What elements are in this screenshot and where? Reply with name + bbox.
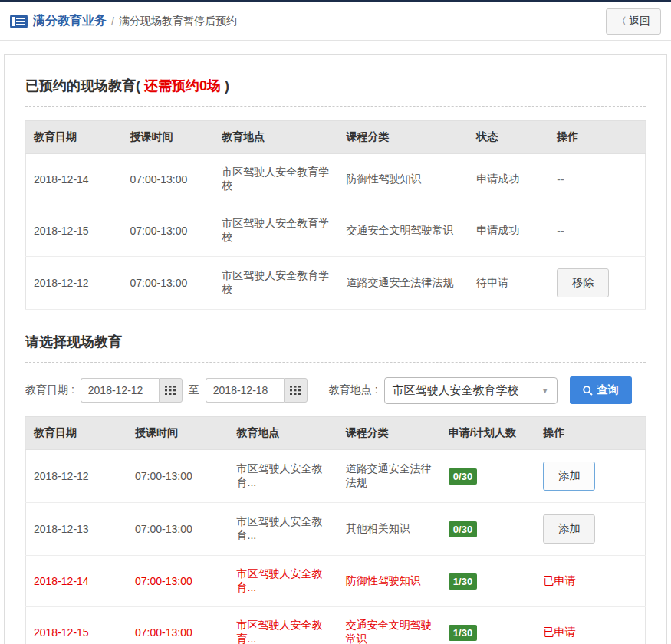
cell-status: 申请成功 <box>469 205 549 257</box>
section-divider <box>25 362 646 363</box>
cell-location: 市区驾驶人安全教育... <box>229 450 338 503</box>
available-table: 教育日期 授课时间 教育地点 课程分类 申请/计划人数 操作 2018-12-1… <box>25 416 646 644</box>
cell-date: 2018-12-12 <box>26 257 123 310</box>
cell-applied-status: 已申请 <box>535 556 645 607</box>
booked-table: 教育日期 授课时间 教育地点 课程分类 状态 操作 2018-12-14 07:… <box>25 120 646 310</box>
date-to-input[interactable] <box>206 378 284 402</box>
cell-date: 2018-12-13 <box>26 503 128 556</box>
cell-time: 07:00-13:00 <box>127 607 229 644</box>
location-label: 教育地点 : <box>329 383 378 397</box>
table-row: 2018-12-13 07:00-13:00 市区驾驶人安全教育... 其他相关… <box>26 503 646 556</box>
col-header-time: 授课时间 <box>127 417 229 450</box>
calendar-grid-icon[interactable] <box>284 378 308 402</box>
col-header-category: 课程分类 <box>338 417 441 450</box>
table-row-applied: 2018-12-14 07:00-13:00 市区驾驶人安全教育... 防御性驾… <box>26 556 646 607</box>
booked-title-text: 已预约的现场教育( <box>25 78 140 94</box>
cell-action-none: -- <box>549 205 645 257</box>
cell-location: 市区驾驶人安全教育... <box>229 503 338 556</box>
back-button-label: 返回 <box>629 15 650 28</box>
table-row: 2018-12-14 07:00-13:00 市区驾驶人安全教育学校 防御性驾驶… <box>26 154 646 205</box>
cell-category: 防御性驾驶知识 <box>339 154 469 205</box>
date-to-label: 至 <box>189 383 199 397</box>
cell-date: 2018-12-14 <box>26 556 128 607</box>
calendar-grid-icon[interactable] <box>159 378 183 402</box>
cell-time: 07:00-13:00 <box>127 556 229 607</box>
capacity-badge: 0/30 <box>449 468 477 485</box>
breadcrumb-current: 满分现场教育暂停后预约 <box>119 15 237 28</box>
cell-status: 待申请 <box>469 257 549 310</box>
cell-category: 交通安全文明驾驶常识 <box>339 205 469 257</box>
section-divider <box>25 106 646 107</box>
cell-location: 市区驾驶人安全教育... <box>229 607 338 644</box>
available-table-header-row: 教育日期 授课时间 教育地点 课程分类 申请/计划人数 操作 <box>26 417 646 450</box>
booked-section-title: 已预约的现场教育( 还需预约0场 ) <box>25 77 646 95</box>
cell-location: 市区驾驶人安全教育学校 <box>214 257 338 310</box>
chevron-down-icon: ▼ <box>541 386 549 395</box>
cell-applied-status: 已申请 <box>535 607 645 644</box>
cell-date: 2018-12-15 <box>26 607 128 644</box>
table-row: 2018-12-12 07:00-13:00 市区驾驶人安全教育... 道路交通… <box>26 450 646 503</box>
select-section-title: 请选择现场教育 <box>25 333 646 351</box>
col-header-category: 课程分类 <box>339 121 469 154</box>
search-button-label: 查询 <box>597 383 619 397</box>
cell-date: 2018-12-15 <box>26 205 123 257</box>
col-header-action: 操作 <box>549 121 645 154</box>
search-button[interactable]: 查询 <box>570 376 632 404</box>
remove-button[interactable]: 移除 <box>557 268 609 297</box>
add-button[interactable]: 添加 <box>543 514 595 544</box>
back-button[interactable]: 〈 返回 <box>606 8 661 34</box>
cell-action-none: -- <box>549 154 645 205</box>
cell-time: 07:00-13:00 <box>127 503 229 556</box>
location-select[interactable]: 市区驾驶人安全教育学校 ▼ <box>384 377 558 404</box>
cell-category: 交通安全文明驾驶常识 <box>338 607 441 644</box>
table-row: 2018-12-15 07:00-13:00 市区驾驶人安全教育学校 交通安全文… <box>26 205 646 257</box>
col-header-date: 教育日期 <box>26 121 123 154</box>
list-icon <box>10 15 28 28</box>
col-header-time: 授课时间 <box>123 121 215 154</box>
cell-category: 道路交通安全法律法规 <box>338 450 441 503</box>
col-header-capacity: 申请/计划人数 <box>441 417 536 450</box>
col-header-action: 操作 <box>535 417 645 450</box>
capacity-badge: 1/30 <box>449 625 477 641</box>
col-header-location: 教育地点 <box>214 121 338 154</box>
cell-category: 道路交通安全法律法规 <box>339 257 469 310</box>
cell-time: 07:00-13:00 <box>123 257 215 310</box>
chevron-left-icon: 〈 <box>617 15 627 28</box>
location-select-value: 市区驾驶人安全教育学校 <box>393 383 519 398</box>
cell-time: 07:00-13:00 <box>123 154 215 205</box>
page-header: 满分教育业务 / 满分现场教育暂停后预约 〈 返回 <box>0 2 671 41</box>
table-row-applied: 2018-12-15 07:00-13:00 市区驾驶人安全教育... 交通安全… <box>26 607 646 644</box>
add-button[interactable]: 添加 <box>543 462 595 491</box>
col-header-date: 教育日期 <box>26 417 128 450</box>
col-header-location: 教育地点 <box>229 417 338 450</box>
cell-time: 07:00-13:00 <box>123 205 215 257</box>
date-to-group <box>206 378 308 402</box>
capacity-badge: 0/30 <box>449 521 477 537</box>
cell-category: 防御性驾驶知识 <box>338 556 441 607</box>
date-from-group <box>81 378 183 402</box>
breadcrumb-root[interactable]: 满分教育业务 <box>33 13 107 29</box>
cell-location: 市区驾驶人安全教育学校 <box>214 154 338 205</box>
cell-time: 07:00-13:00 <box>127 450 229 503</box>
magnifier-icon <box>583 386 593 396</box>
capacity-badge: 1/30 <box>449 573 477 590</box>
booked-table-header-row: 教育日期 授课时间 教育地点 课程分类 状态 操作 <box>26 121 646 154</box>
breadcrumb-separator: / <box>111 15 114 28</box>
date-from-input[interactable] <box>81 378 159 402</box>
filter-bar: 教育日期 : 至 <box>25 376 646 404</box>
booked-title-remaining: 还需预约0场 <box>144 78 221 94</box>
date-range-label: 教育日期 : <box>25 383 74 397</box>
cell-date: 2018-12-12 <box>26 450 128 503</box>
cell-location: 市区驾驶人安全教育... <box>229 556 338 607</box>
col-header-status: 状态 <box>469 121 549 154</box>
main-panel: 已预约的现场教育( 还需预约0场 ) 教育日期 授课时间 教育地点 课程分类 状… <box>4 54 667 644</box>
cell-category: 其他相关知识 <box>338 503 441 556</box>
table-row: 2018-12-12 07:00-13:00 市区驾驶人安全教育学校 道路交通安… <box>26 257 646 310</box>
booked-title-close: ) <box>225 78 229 94</box>
cell-location: 市区驾驶人安全教育学校 <box>214 205 338 257</box>
cell-status: 申请成功 <box>469 154 549 205</box>
cell-date: 2018-12-14 <box>26 154 123 205</box>
